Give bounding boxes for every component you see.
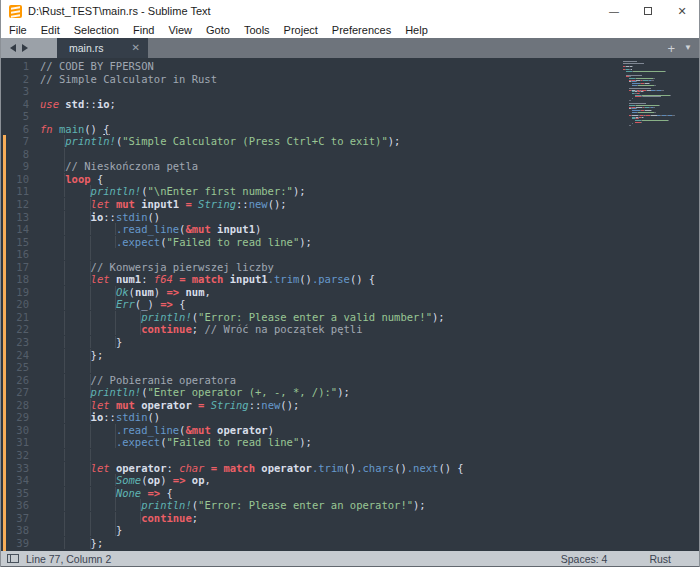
code-token: let — [91, 462, 110, 474]
indent-guide — [40, 386, 65, 398]
indent-guide — [40, 411, 65, 423]
code-line[interactable]: 12 let mut input1 = String::new(); — [1, 198, 699, 211]
code-token: // Nieskończona pętla — [65, 160, 198, 172]
code-line[interactable]: 6fn main() { — [1, 123, 699, 136]
sidebar-toggle-icon[interactable] — [7, 554, 19, 563]
indent-guide — [40, 261, 65, 273]
code-line[interactable]: 23 } — [1, 336, 699, 349]
code-line[interactable]: 19 Ok(num) => num, — [1, 286, 699, 299]
new-tab-icon[interactable]: + — [667, 42, 675, 55]
code-token: // Pobieranie operatora — [91, 374, 236, 386]
indent-guide — [40, 160, 65, 172]
code-line[interactable]: 5 — [1, 110, 699, 123]
code-line[interactable]: 11 println!("\nEnter first number:"); — [1, 185, 699, 198]
code-token: match — [223, 462, 255, 474]
status-bar: Line 77, Column 2 Spaces: 4 Rust — [1, 551, 699, 566]
menu-item-selection[interactable]: Selection — [67, 22, 126, 38]
code-token: // CODE BY FPERSON — [40, 60, 154, 72]
tab-scroll-right-icon[interactable] — [22, 44, 28, 52]
minimize-button[interactable]: — — [597, 0, 631, 22]
minimap[interactable] — [623, 61, 695, 127]
menu-item-project[interactable]: Project — [277, 22, 325, 38]
code-token: }; — [91, 349, 104, 361]
code-line[interactable]: 22 continue; // Wróć na początek pętli — [1, 323, 699, 336]
code-line[interactable]: 35 None => { — [1, 487, 699, 500]
code-token: () — [344, 462, 357, 474]
code-line[interactable]: 17 // Konwersja pierwszej liczby — [1, 261, 699, 274]
tab-overflow-icon[interactable]: ▼ — [684, 44, 692, 52]
code-token: "Enter operator (+, -, *, /):" — [148, 386, 338, 398]
menu-item-edit[interactable]: Edit — [34, 22, 67, 38]
tab-close-icon[interactable]: ✕ — [132, 43, 140, 53]
line-number[interactable]: 4 — [1, 98, 29, 111]
code-line[interactable]: 34 Some(op) => op, — [1, 474, 699, 487]
code-line[interactable]: 10 loop { — [1, 173, 699, 186]
code-token: // Wróć na początek pętli — [204, 323, 362, 335]
code-line[interactable]: 24 }; — [1, 349, 699, 362]
line-number[interactable]: 5 — [1, 110, 29, 123]
code-line[interactable]: 31 .expect("Failed to read line"); — [1, 436, 699, 449]
indent-guide — [40, 223, 65, 235]
menu-item-help[interactable]: Help — [398, 22, 435, 38]
code-line[interactable]: 15 .expect("Failed to read line"); — [1, 236, 699, 249]
code-line[interactable]: 14 .read_line(&mut input1) — [1, 223, 699, 236]
line-number[interactable]: 1 — [1, 60, 29, 73]
menu-item-view[interactable]: View — [161, 22, 199, 38]
code-line[interactable]: 36 println!("Error: Please enter an oper… — [1, 499, 699, 512]
indent-guide — [40, 374, 65, 386]
indent-guide — [91, 512, 116, 524]
editor[interactable]: 1// CODE BY FPERSON2// Simple Calculator… — [1, 58, 699, 551]
code-line[interactable]: 21 println!("Error: Please enter a valid… — [1, 311, 699, 324]
code-line[interactable]: 30 .read_line(&mut operator) — [1, 424, 699, 437]
code-line[interactable]: 33 let operator: char = match operator.t… — [1, 462, 699, 475]
code-line[interactable]: 9 // Nieskończona pętla — [1, 160, 699, 173]
code-line[interactable]: 7 println!("Simple Calculator (Press Ctr… — [1, 135, 699, 148]
code-token: new — [261, 399, 280, 411]
maximize-icon — [644, 7, 652, 15]
menu-item-file[interactable]: File — [2, 22, 34, 38]
code-area[interactable]: 1// CODE BY FPERSON2// Simple Calculator… — [1, 58, 699, 549]
tab-scroll-nav — [1, 38, 57, 58]
code-line[interactable]: 39 }; — [1, 537, 699, 550]
code-line[interactable]: 1// CODE BY FPERSON — [1, 60, 699, 73]
code-token: println! — [141, 311, 192, 323]
code-token: "Simple Calculator (Press Ctrl+C to exit… — [122, 135, 388, 147]
code-token: fn — [40, 123, 53, 135]
code-line[interactable]: 29 io::stdin() — [1, 411, 699, 424]
code-line[interactable]: 3 — [1, 85, 699, 98]
code-token: { — [173, 298, 186, 310]
code-line[interactable]: 28 let mut operator = String::new(); — [1, 399, 699, 412]
status-indentation[interactable]: Spaces: 4 — [561, 553, 608, 565]
menu-item-preferences[interactable]: Preferences — [325, 22, 398, 38]
code-line[interactable]: 18 let num1: f64 = match input1.trim().p… — [1, 273, 699, 286]
code-line[interactable]: 32 — [1, 449, 699, 462]
code-line[interactable]: 38 } — [1, 524, 699, 537]
code-line[interactable]: 16 — [1, 248, 699, 261]
indent-guide — [40, 135, 65, 147]
menu-item-find[interactable]: Find — [126, 22, 161, 38]
line-number[interactable]: 2 — [1, 73, 29, 86]
code-line[interactable]: 2// Simple Calculator in Rust — [1, 73, 699, 86]
code-line[interactable]: 25 — [1, 361, 699, 374]
code-line[interactable]: 8 — [1, 148, 699, 161]
tab-main-rs[interactable]: main.rs ✕ — [57, 38, 148, 58]
code-line[interactable]: 4use std::io; — [1, 98, 699, 111]
menu-item-tools[interactable]: Tools — [237, 22, 277, 38]
maximize-button[interactable] — [631, 0, 665, 22]
close-button[interactable]: ✕ — [665, 0, 699, 22]
line-number[interactable]: 6 — [1, 123, 29, 136]
indent-guide — [40, 512, 65, 524]
status-syntax[interactable]: Rust — [649, 553, 671, 565]
line-number[interactable]: 3 — [1, 85, 29, 98]
code-line[interactable]: 27 println!("Enter operator (+, -, *, /)… — [1, 386, 699, 399]
code-token: String — [198, 198, 236, 210]
menu-item-goto[interactable]: Goto — [199, 22, 237, 38]
tab-scroll-left-icon[interactable] — [10, 44, 16, 52]
indent-guide — [65, 236, 90, 248]
code-line[interactable]: 20 Err(_) => { — [1, 298, 699, 311]
code-line[interactable]: 37 continue; — [1, 512, 699, 525]
title-bar[interactable]: D:\Rust_TEST\main.rs - Sublime Text — ✕ — [1, 0, 699, 22]
code-line[interactable]: 26 // Pobieranie operatora — [1, 374, 699, 387]
indent-guide — [91, 499, 116, 511]
code-line[interactable]: 13 io::stdin() — [1, 211, 699, 224]
